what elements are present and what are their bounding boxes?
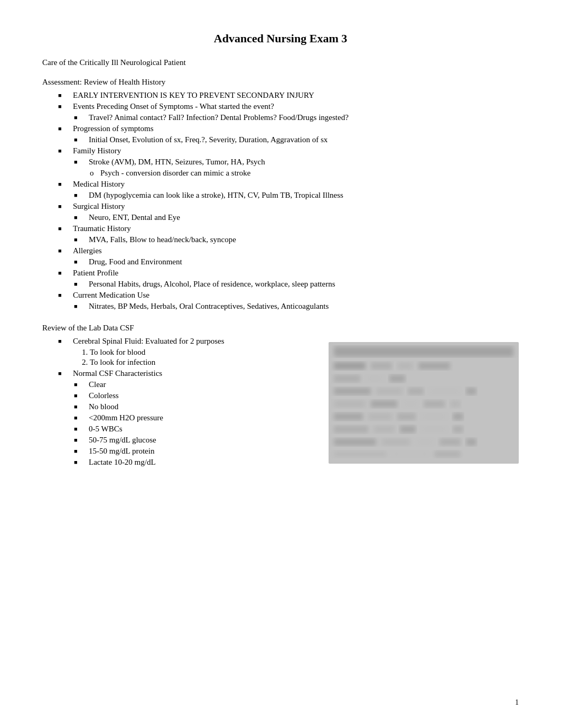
item-text: Cerebral Spinal Fluid: Evaluated for 2 p…: [73, 337, 225, 346]
list-item: ■ Stroke (AVM), DM, HTN, Seizures, Tumor…: [42, 158, 519, 167]
bullet-icon: ■: [58, 269, 73, 276]
item-text: Events Preceding Onset of Symptoms - Wha…: [73, 102, 274, 111]
item-text: <200mm H2O pressure: [89, 413, 163, 422]
bullet-icon: ■: [58, 180, 73, 187]
item-text: To look for infection: [90, 358, 155, 366]
list-item: ■ Nitrates, BP Meds, Herbals, Oral Contr…: [42, 302, 519, 311]
assessment-heading: Assessment: Review of Health History: [42, 78, 519, 87]
item-text: Colorless: [89, 391, 119, 400]
list-item: ■ MVA, Falls, Blow to head/neck/back, sy…: [42, 235, 519, 244]
bullet-icon: ■: [58, 369, 73, 376]
bullet-icon: ■: [58, 202, 73, 209]
list-item: ■ Travel? Animal contact? Fall? Infectio…: [42, 113, 519, 122]
bullet-icon: ■: [74, 458, 89, 465]
bullet-icon: ■: [74, 447, 89, 454]
bullet-icon: o: [90, 169, 100, 178]
item-text: Medical History: [73, 180, 125, 189]
bullet-icon: ■: [74, 235, 89, 243]
list-item: ■ Drug, Food and Environment: [42, 257, 519, 266]
bullet-icon: ■: [74, 257, 89, 265]
bullet-icon: ■: [74, 402, 89, 410]
page-number: 1: [515, 698, 519, 707]
list-item: To look for blood: [90, 348, 304, 357]
bullet-icon: ■: [74, 213, 89, 220]
list-item: ■ Clear: [42, 380, 304, 389]
bullet-icon: ■: [74, 391, 89, 399]
csf-purposes-list: To look for blood To look for infection: [42, 348, 304, 367]
list-item: ■ Current Medication Use: [42, 291, 519, 300]
item-text: 15-50 mg/dL protein: [89, 447, 154, 456]
list-item: ■ Surgical History: [42, 202, 519, 211]
subtitle: Care of the Critically Ill Neurological …: [42, 58, 519, 67]
list-item: ■ Progression of symptoms: [42, 124, 519, 133]
list-item: ■ <200mm H2O pressure: [42, 413, 304, 422]
list-item: ■ EARLY INTERVENTION IS KEY TO PREVENT S…: [42, 91, 519, 100]
list-item: ■ Family History: [42, 146, 519, 155]
item-text: 0-5 WBCs: [89, 425, 122, 434]
item-text: Allergies: [73, 246, 102, 255]
item-text: Patient Profile: [73, 269, 118, 278]
page-title: Advanced Nursing Exam 3: [42, 32, 519, 45]
item-text: Surgical History: [73, 202, 125, 211]
bullet-icon: ■: [58, 102, 73, 109]
item-text: Psych - conversion disorder can mimic a …: [100, 169, 251, 178]
bullet-icon: ■: [74, 280, 89, 287]
list-item: ■ Medical History: [42, 180, 519, 189]
list-item: ■ Normal CSF Characteristics: [42, 369, 304, 378]
item-text: Neuro, ENT, Dental and Eye: [89, 213, 180, 222]
bullet-icon: ■: [74, 425, 89, 432]
item-text: To look for blood: [90, 348, 145, 356]
bullet-icon: ■: [74, 302, 89, 309]
svg-rect-37: [329, 342, 519, 464]
item-text: EARLY INTERVENTION IS KEY TO PREVENT SEC…: [73, 91, 314, 100]
list-item: ■ DM (hypoglycemia can look like a strok…: [42, 191, 519, 200]
list-item: ■ Allergies: [42, 246, 519, 255]
lab-heading: Review of the Lab Data CSF: [42, 324, 519, 333]
blurred-image: [329, 342, 519, 464]
list-item: ■ 15-50 mg/dL protein: [42, 447, 304, 456]
bullet-icon: ■: [58, 91, 73, 98]
list-item: To look for infection: [90, 358, 304, 367]
list-item: ■ 50-75 mg/dL glucose: [42, 436, 304, 445]
item-text: Clear: [89, 380, 106, 389]
list-item: o Psych - conversion disorder can mimic …: [42, 169, 519, 178]
item-text: 50-75 mg/dL glucose: [89, 436, 156, 445]
item-text: Lactate 10-20 mg/dL: [89, 458, 156, 467]
item-text: Initial Onset, Evolution of sx, Freq.?, …: [89, 135, 328, 144]
bullet-icon: ■: [74, 135, 89, 143]
item-text: DM (hypoglycemia can look like a stroke)…: [89, 191, 343, 200]
item-text: Drug, Food and Environment: [89, 257, 182, 266]
item-text: No blood: [89, 402, 118, 411]
bullet-icon: ■: [58, 291, 73, 298]
bullet-icon: ■: [58, 224, 73, 232]
list-item: ■ Cerebral Spinal Fluid: Evaluated for 2…: [42, 337, 304, 346]
bullet-icon: ■: [74, 436, 89, 443]
item-text: Current Medication Use: [73, 291, 149, 300]
item-text: Family History: [73, 146, 121, 155]
item-text: Travel? Animal contact? Fall? Infection?…: [89, 113, 349, 122]
bullet-icon: ■: [58, 124, 73, 132]
list-item: ■ No blood: [42, 402, 304, 411]
list-item: ■ Colorless: [42, 391, 304, 400]
item-text: Normal CSF Characteristics: [73, 369, 162, 378]
bullet-icon: ■: [74, 413, 89, 421]
bullet-icon: ■: [74, 191, 89, 198]
bullet-icon: ■: [74, 380, 89, 388]
item-text: Progression of symptoms: [73, 124, 154, 133]
item-text: Personal Habits, drugs, Alcohol, Place o…: [89, 280, 335, 289]
list-item: ■ 0-5 WBCs: [42, 425, 304, 434]
item-text: Stroke (AVM), DM, HTN, Seizures, Tumor, …: [89, 158, 265, 167]
list-item: ■ Lactate 10-20 mg/dL: [42, 458, 304, 467]
list-item: ■ Events Preceding Onset of Symptoms - W…: [42, 102, 519, 111]
list-item: ■ Patient Profile: [42, 269, 519, 278]
bullet-icon: ■: [58, 246, 73, 254]
list-item: ■ Neuro, ENT, Dental and Eye: [42, 213, 519, 222]
item-text: MVA, Falls, Blow to head/neck/back, sync…: [89, 235, 236, 244]
list-item: ■ Personal Habits, drugs, Alcohol, Place…: [42, 280, 519, 289]
item-text: Traumatic History: [73, 224, 131, 233]
bullet-icon: ■: [58, 337, 73, 344]
list-item: ■ Traumatic History: [42, 224, 519, 233]
bullet-icon: ■: [74, 113, 89, 121]
item-text: Nitrates, BP Meds, Herbals, Oral Contrac…: [89, 302, 329, 311]
list-item: ■ Initial Onset, Evolution of sx, Freq.?…: [42, 135, 519, 144]
